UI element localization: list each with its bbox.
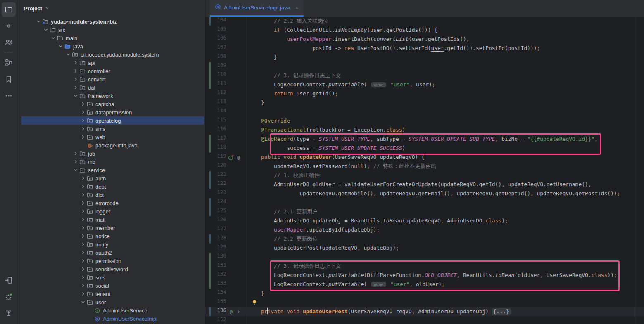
tree-item-dict[interactable]: dict: [17, 191, 205, 199]
tree-item-adminuserservice[interactable]: IAdminUserService: [17, 306, 205, 315]
tree-item-tenant[interactable]: tenant: [17, 290, 205, 298]
problems-tool-icon[interactable]: [2, 290, 16, 304]
implements-gutter-icon[interactable]: [228, 154, 234, 161]
chevron-right-icon[interactable]: [80, 192, 86, 198]
line-number: 106: [205, 35, 226, 41]
interface-icon: I: [94, 307, 100, 314]
chevron-down-icon[interactable]: [80, 299, 86, 305]
tree-item-framework[interactable]: framework: [17, 92, 205, 100]
tree-item-controller[interactable]: controller: [17, 67, 205, 75]
chevron-down-icon[interactable]: [43, 26, 49, 33]
chevron-right-icon[interactable]: [80, 134, 86, 140]
tree-item-label: service: [88, 167, 105, 173]
tree-item-dal[interactable]: dal: [17, 83, 205, 92]
tree-item-datapermission[interactable]: datapermission: [17, 108, 205, 116]
services-tool-icon[interactable]: [2, 273, 16, 287]
annotation-gutter-icon[interactable]: @: [235, 154, 242, 161]
chevron-right-icon[interactable]: [80, 117, 86, 124]
annotation-gutter-icon[interactable]: @: [228, 308, 234, 315]
tree-item-notify[interactable]: notify: [17, 240, 205, 248]
chevron-right-icon[interactable]: [80, 216, 86, 223]
tree-item-main[interactable]: main: [17, 34, 205, 42]
tree-item-permission[interactable]: permission: [17, 257, 205, 265]
tree-item-service[interactable]: service: [17, 166, 205, 174]
code-line-108: 108 }: [205, 53, 644, 62]
tree-item-sms[interactable]: sms: [17, 273, 205, 281]
tree-item-cn-iocoder-yudao-module-system[interactable]: cn.iocoder.yudao.module.system: [17, 50, 205, 59]
tree-item-sms[interactable]: sms: [17, 125, 205, 133]
editor-tab-adminuserserviceimpl[interactable]: C AdminUserServiceImpl.java ×: [210, 0, 304, 17]
chevron-down-icon[interactable]: [72, 167, 79, 173]
tree-item-src[interactable]: src: [17, 26, 205, 34]
chevron-right-icon[interactable]: [80, 258, 86, 264]
chevron-right-icon[interactable]: [80, 266, 86, 272]
project-tool-icon[interactable]: [2, 2, 16, 17]
chevron-down-icon[interactable]: [50, 35, 57, 41]
tree-item-notice[interactable]: notice: [17, 232, 205, 240]
chevron-right-icon[interactable]: [80, 274, 86, 281]
tree-item-job[interactable]: job: [17, 149, 205, 158]
tree-item-package-info-java[interactable]: package-info.java: [17, 141, 205, 149]
more-tools-icon[interactable]: [2, 89, 16, 103]
chevron-right-icon[interactable]: [80, 225, 86, 231]
structure-tool-icon[interactable]: [2, 56, 16, 70]
chevron-right-icon[interactable]: [72, 59, 79, 66]
line-number: 125: [205, 207, 226, 213]
chevron-right-icon[interactable]: [80, 241, 86, 248]
terminal-tool-icon[interactable]: [2, 306, 16, 320]
tree-item-member[interactable]: member: [17, 224, 205, 232]
tree-item-oauth2[interactable]: oauth2: [17, 248, 205, 257]
code-editor[interactable]: 104 // 2.2 插入关联岗位105 if (CollectionUtil.…: [205, 17, 644, 324]
chevron-right-icon[interactable]: [80, 233, 86, 239]
tree-item-auth[interactable]: auth: [17, 174, 205, 182]
code-line-122: 122 AdminUserDO oldUser = validateUserFo…: [205, 180, 644, 189]
tree-item-convert[interactable]: convert: [17, 75, 205, 83]
chevron-right-icon[interactable]: [80, 109, 86, 116]
chevron-right-icon[interactable]: [80, 101, 86, 107]
tree-item-adminuserserviceimpl[interactable]: CAdminUserServiceImpl: [17, 315, 205, 323]
project-panel-header[interactable]: Project: [17, 0, 205, 17]
tree-item-yudao-module-system-biz[interactable]: yudao-module-system-biz: [17, 17, 205, 26]
tree-item-operatelog[interactable]: operatelog: [17, 116, 205, 125]
tree-item-user[interactable]: user: [17, 298, 205, 306]
chevron-right-icon[interactable]: [80, 208, 86, 215]
chevron-right-icon[interactable]: [80, 282, 86, 289]
tree-item-api[interactable]: api: [17, 59, 205, 67]
tree-item-mail[interactable]: mail: [17, 215, 205, 224]
chevron-down-icon[interactable]: [35, 18, 42, 25]
pull-requests-tool-icon[interactable]: [2, 35, 16, 50]
fold-gutter-icon[interactable]: [235, 308, 242, 315]
chevron-right-icon[interactable]: [80, 125, 86, 132]
chevron-right-icon[interactable]: [72, 150, 79, 157]
chevron-down-icon[interactable]: [72, 92, 79, 99]
chevron-right-icon[interactable]: [80, 291, 86, 297]
chevron-right-icon[interactable]: [80, 175, 86, 182]
tree-item-mq[interactable]: mq: [17, 158, 205, 166]
chevron-right-icon[interactable]: [72, 84, 79, 91]
chevron-right-icon[interactable]: [72, 68, 79, 74]
tree-item-social[interactable]: social: [17, 281, 205, 290]
line-number: 113: [205, 98, 226, 104]
tree-item-sensitiveword[interactable]: sensitiveword: [17, 265, 205, 273]
tree-item-captcha[interactable]: captcha: [17, 100, 205, 108]
editor-scrollbar[interactable]: [635, 17, 644, 324]
chevron-down-icon[interactable]: [57, 43, 64, 50]
tree-item-label: framework: [88, 93, 113, 99]
intention-bulb-icon[interactable]: [252, 300, 257, 307]
chevron-right-icon[interactable]: [72, 158, 79, 165]
bookmarks-tool-icon[interactable]: [2, 72, 16, 86]
tree-item-java[interactable]: java: [17, 42, 205, 50]
chevron-right-icon[interactable]: [80, 200, 86, 206]
close-icon[interactable]: ×: [295, 5, 299, 11]
chevron-right-icon[interactable]: [80, 183, 86, 190]
tree-item-errorcode[interactable]: errorcode: [17, 199, 205, 207]
commit-tool-icon[interactable]: [2, 19, 16, 33]
chevron-right-icon[interactable]: [72, 76, 79, 83]
tree-item-logger[interactable]: logger: [17, 207, 205, 215]
tree-item-web[interactable]: web: [17, 133, 205, 141]
chevron-down-icon[interactable]: [65, 51, 71, 58]
folder-icon: [49, 26, 56, 33]
line-number: 126: [205, 216, 226, 222]
chevron-right-icon[interactable]: [80, 249, 86, 256]
tree-item-dept[interactable]: dept: [17, 182, 205, 191]
